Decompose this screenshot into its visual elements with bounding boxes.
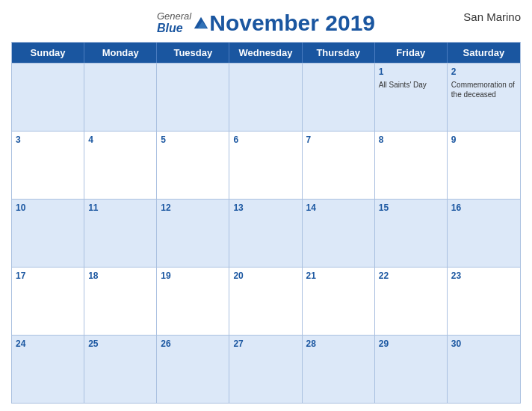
week-row-5: 24252627282930: [12, 335, 520, 403]
day-number: 12: [161, 202, 225, 214]
day-number: 5: [161, 134, 225, 146]
day-number: 14: [306, 202, 371, 214]
day-cell: [229, 64, 302, 131]
day-number: 27: [233, 338, 297, 350]
day-cell: 23: [448, 268, 520, 335]
day-number: 17: [16, 270, 80, 282]
day-number: 25: [88, 338, 152, 350]
day-header-tuesday: Tuesday: [157, 43, 229, 63]
week-row-3: 10111213141516: [12, 199, 520, 267]
day-number: 26: [161, 338, 225, 350]
day-number: 19: [161, 270, 225, 282]
country-name: San Marino: [463, 10, 521, 23]
day-cell: 24: [12, 336, 84, 403]
day-cell: 8: [375, 132, 448, 199]
calendar-title: November 2019: [209, 10, 375, 36]
day-cell: [157, 64, 229, 131]
day-number: 6: [233, 134, 297, 146]
day-cell: 28: [303, 336, 375, 403]
day-cell: 19: [157, 268, 229, 335]
day-cell: 12: [157, 200, 229, 267]
day-number: 20: [233, 270, 297, 282]
day-cell: 25: [84, 336, 157, 403]
week-row-2: 3456789: [12, 131, 520, 199]
day-cell: 6: [229, 132, 302, 199]
day-cell: 4: [84, 132, 157, 199]
logo-mountain-icon: [193, 15, 209, 31]
weeks-container: 1All Saints' Day2Commemoration of the de…: [12, 63, 520, 403]
day-number: 21: [306, 270, 371, 282]
week-row-1: 1All Saints' Day2Commemoration of the de…: [12, 63, 520, 131]
logo: General Blue: [157, 11, 209, 35]
day-number: 3: [16, 134, 80, 146]
day-cell: 7: [303, 132, 375, 199]
calendar-container: General Blue November 2019 San Marino Su…: [0, 0, 532, 411]
day-cell: 3: [12, 132, 84, 199]
day-number: 15: [379, 202, 443, 214]
day-header-thursday: Thursday: [303, 43, 375, 63]
day-number: 29: [379, 338, 443, 350]
day-cell: 21: [303, 268, 375, 335]
day-number: 8: [379, 134, 443, 146]
day-cell: 20: [229, 268, 302, 335]
day-cell: 11: [84, 200, 157, 267]
day-cell: [12, 64, 84, 131]
logo-general: General: [157, 11, 191, 22]
day-cell: 26: [157, 336, 229, 403]
day-cell: 14: [303, 200, 375, 267]
calendar-header: General Blue November 2019 San Marino: [11, 7, 521, 36]
day-event: All Saints' Day: [379, 80, 443, 90]
calendar-grid: SundayMondayTuesdayWednesdayThursdayFrid…: [11, 42, 521, 404]
day-header-sunday: Sunday: [12, 43, 84, 63]
day-number: 13: [233, 202, 297, 214]
day-header-wednesday: Wednesday: [229, 43, 302, 63]
day-cell: 16: [448, 200, 520, 267]
day-headers-row: SundayMondayTuesdayWednesdayThursdayFrid…: [12, 43, 520, 63]
day-cell: 2Commemoration of the deceased: [448, 64, 520, 131]
day-number: 23: [451, 270, 516, 282]
day-cell: [303, 64, 375, 131]
day-number: 24: [16, 338, 80, 350]
day-cell: 9: [448, 132, 520, 199]
day-number: 2: [451, 66, 516, 78]
day-number: 30: [451, 338, 516, 350]
day-number: 10: [16, 202, 80, 214]
day-cell: 27: [229, 336, 302, 403]
day-cell: 1All Saints' Day: [375, 64, 448, 131]
day-header-friday: Friday: [375, 43, 448, 63]
day-number: 7: [306, 134, 371, 146]
day-cell: 17: [12, 268, 84, 335]
day-cell: 22: [375, 268, 448, 335]
day-number: 22: [379, 270, 443, 282]
day-cell: 15: [375, 200, 448, 267]
day-number: 9: [451, 134, 516, 146]
week-row-4: 17181920212223: [12, 267, 520, 335]
day-header-monday: Monday: [84, 43, 157, 63]
day-cell: 18: [84, 268, 157, 335]
day-number: 4: [88, 134, 152, 146]
day-number: 1: [379, 66, 443, 78]
logo-blue: Blue: [157, 22, 191, 35]
day-number: 16: [451, 202, 516, 214]
day-number: 28: [306, 338, 371, 350]
day-number: 11: [88, 202, 152, 214]
day-cell: 13: [229, 200, 302, 267]
day-cell: [84, 64, 157, 131]
day-cell: 10: [12, 200, 84, 267]
day-header-saturday: Saturday: [448, 43, 520, 63]
day-cell: 30: [448, 336, 520, 403]
day-cell: 5: [157, 132, 229, 199]
day-number: 18: [88, 270, 152, 282]
day-event: Commemoration of the deceased: [451, 80, 516, 99]
day-cell: 29: [375, 336, 448, 403]
